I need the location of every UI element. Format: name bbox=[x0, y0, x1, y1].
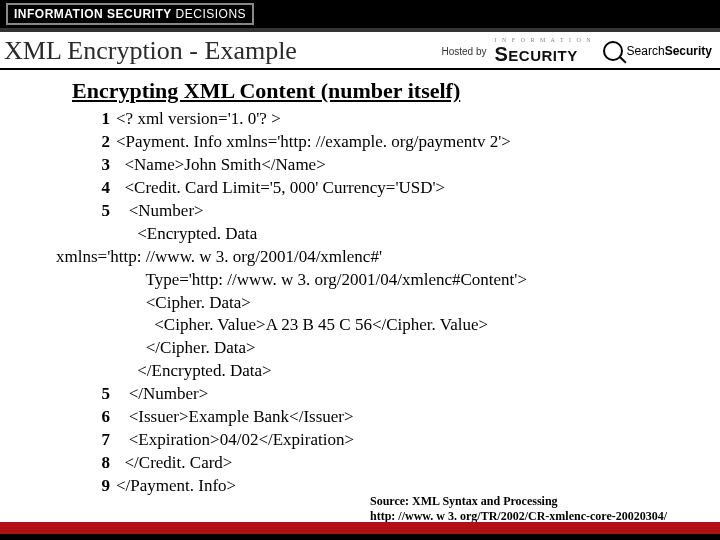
code-line: 4 <Credit. Card Limit='5, 000' Currency=… bbox=[90, 177, 720, 200]
magnifier-icon bbox=[603, 41, 623, 61]
code-line: <Cipher. Data> bbox=[90, 292, 720, 315]
divider bbox=[0, 68, 720, 70]
title-row: XML Encryption - Example Hosted by I N F… bbox=[0, 32, 720, 68]
line-number: 6 bbox=[90, 406, 110, 429]
line-number bbox=[90, 223, 110, 246]
line-number: 7 bbox=[90, 429, 110, 452]
code-text: <? xml version='1. 0'? > bbox=[116, 108, 281, 131]
page-title: XML Encryption - Example bbox=[4, 36, 297, 66]
code-line: <Cipher. Value>A 23 B 45 C 56</Cipher. V… bbox=[90, 314, 720, 337]
code-text: <Credit. Card Limit='5, 000' Currency='U… bbox=[116, 177, 445, 200]
code-line: 5 <Number> bbox=[90, 200, 720, 223]
code-text: <Cipher. Value>A 23 B 45 C 56</Cipher. V… bbox=[116, 314, 488, 337]
code-block: 1<? xml version='1. 0'? >2<Payment. Info… bbox=[90, 108, 720, 498]
line-number: 9 bbox=[90, 475, 110, 498]
code-text: </Number> bbox=[116, 383, 208, 406]
line-number: 8 bbox=[90, 452, 110, 475]
code-line: 5 </Number> bbox=[90, 383, 720, 406]
code-line: 1<? xml version='1. 0'? > bbox=[90, 108, 720, 131]
code-text: </Payment. Info> bbox=[116, 475, 236, 498]
black-bar bbox=[0, 534, 720, 540]
line-number: 5 bbox=[90, 383, 110, 406]
code-text: <Cipher. Data> bbox=[116, 292, 251, 315]
code-text: Type='http: //www. w 3. org/2001/04/xmle… bbox=[116, 269, 527, 292]
code-text: </Cipher. Data> bbox=[116, 337, 256, 360]
code-line: xmlns='http: //www. w 3. org/2001/04/xml… bbox=[90, 246, 720, 269]
red-bar bbox=[0, 522, 720, 534]
sponsor-block: I N F O R M A T I O N SECURITY SearchSec… bbox=[494, 37, 712, 66]
slide-subtitle: Encrypting XML Content (number itself) bbox=[72, 78, 720, 104]
code-line: 6 <Issuer>Example Bank</Issuer> bbox=[90, 406, 720, 429]
line-number bbox=[90, 337, 110, 360]
line-number bbox=[90, 269, 110, 292]
line-number bbox=[30, 246, 50, 269]
code-text: <Number> bbox=[116, 200, 204, 223]
code-line: Type='http: //www. w 3. org/2001/04/xmle… bbox=[90, 269, 720, 292]
footer-bars bbox=[0, 522, 720, 540]
source-citation: Source: XML Syntax and Processing http: … bbox=[370, 494, 667, 524]
brand-strong: INFORMATION SECURITY bbox=[14, 7, 172, 21]
brand-badge: INFORMATION SECURITY DECISIONS bbox=[6, 3, 254, 25]
line-number: 2 bbox=[90, 131, 110, 154]
code-line: 2<Payment. Info xmlns='http: //example. … bbox=[90, 131, 720, 154]
line-number bbox=[90, 360, 110, 383]
info-security-logo: I N F O R M A T I O N SECURITY bbox=[494, 37, 592, 66]
code-line: <Encrypted. Data bbox=[90, 223, 720, 246]
code-line: 8 </Credit. Card> bbox=[90, 452, 720, 475]
hosted-by-label: Hosted by bbox=[441, 46, 486, 57]
code-line: 7 <Expiration>04/02</Expiration> bbox=[90, 429, 720, 452]
code-text: <Issuer>Example Bank</Issuer> bbox=[116, 406, 354, 429]
searchsecurity-text: SearchSecurity bbox=[627, 44, 712, 58]
info-label: I N F O R M A T I O N bbox=[494, 37, 592, 43]
top-bar: INFORMATION SECURITY DECISIONS bbox=[0, 0, 720, 28]
line-number: 1 bbox=[90, 108, 110, 131]
line-number bbox=[90, 292, 110, 315]
code-line: </Cipher. Data> bbox=[90, 337, 720, 360]
line-number: 3 bbox=[90, 154, 110, 177]
security-word: SECURITY bbox=[494, 43, 592, 66]
code-line: 3 <Name>John Smith</Name> bbox=[90, 154, 720, 177]
code-line: </Encrypted. Data> bbox=[90, 360, 720, 383]
line-number bbox=[90, 314, 110, 337]
code-text: </Encrypted. Data> bbox=[116, 360, 272, 383]
brand-light: DECISIONS bbox=[172, 7, 246, 21]
code-text: <Name>John Smith</Name> bbox=[116, 154, 326, 177]
searchsecurity-logo: SearchSecurity bbox=[603, 41, 712, 61]
code-text: <Payment. Info xmlns='http: //example. o… bbox=[116, 131, 511, 154]
code-text: <Expiration>04/02</Expiration> bbox=[116, 429, 354, 452]
line-number: 4 bbox=[90, 177, 110, 200]
code-text: </Credit. Card> bbox=[116, 452, 232, 475]
line-number: 5 bbox=[90, 200, 110, 223]
code-text: xmlns='http: //www. w 3. org/2001/04/xml… bbox=[56, 246, 382, 269]
code-text: <Encrypted. Data bbox=[116, 223, 257, 246]
source-line-1: Source: XML Syntax and Processing bbox=[370, 494, 667, 509]
